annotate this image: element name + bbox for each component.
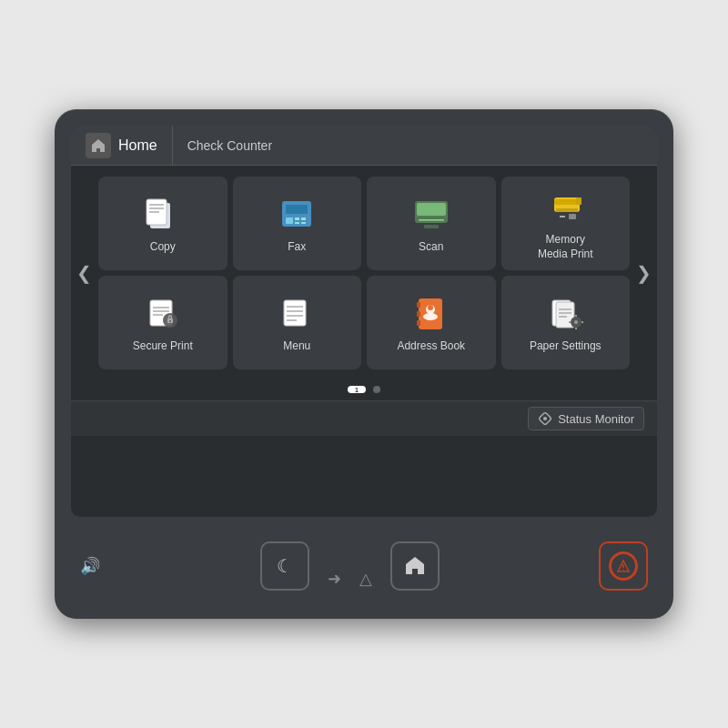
check-counter-section[interactable]: Check Counter <box>173 126 657 165</box>
pagination-dot-1[interactable]: 1 <box>348 386 366 393</box>
bottom-arrows: ➜ △ <box>328 569 372 589</box>
menu-button[interactable]: Menu <box>233 276 362 369</box>
svg-rect-6 <box>286 205 308 214</box>
memory-media-icon <box>543 189 587 226</box>
scan-icon <box>410 197 453 233</box>
address-book-icon <box>410 296 453 332</box>
svg-rect-20 <box>556 208 578 212</box>
svg-rect-11 <box>301 222 306 224</box>
fax-icon <box>275 197 318 233</box>
svg-rect-38 <box>417 311 420 317</box>
nav-left-arrow[interactable]: ❮ <box>76 262 92 284</box>
secure-print-label: Secure Print <box>133 339 193 354</box>
svg-rect-37 <box>417 302 420 308</box>
svg-point-30 <box>169 320 171 322</box>
forward-arrow-icon[interactable]: ➜ <box>328 569 341 589</box>
memory-media-print-label: MemoryMedia Print <box>538 233 593 261</box>
scan-button[interactable]: Scan <box>367 177 496 270</box>
svg-point-58 <box>622 569 624 571</box>
sleep-icon: ☾ <box>277 555 293 577</box>
svg-rect-10 <box>295 222 299 224</box>
svg-rect-39 <box>417 320 420 326</box>
copy-button[interactable]: Copy <box>98 177 228 270</box>
svg-rect-7 <box>286 217 293 224</box>
copy-label: Copy <box>150 240 176 255</box>
svg-rect-8 <box>295 217 299 220</box>
address-book-label: Address Book <box>397 339 465 354</box>
status-monitor-label: Status Monitor <box>558 412 634 426</box>
status-monitor-button[interactable]: Status Monitor <box>528 407 644 430</box>
scan-label: Scan <box>419 240 443 255</box>
svg-rect-21 <box>569 214 576 219</box>
status-bar: Status Monitor <box>71 400 657 436</box>
printer-device: Home Check Counter ❮ <box>55 109 673 619</box>
svg-rect-18 <box>554 199 580 205</box>
svg-rect-9 <box>301 217 306 220</box>
address-book-button[interactable]: Address Book <box>367 276 496 369</box>
check-counter-label: Check Counter <box>187 138 272 153</box>
paper-settings-label: Paper Settings <box>530 339 602 354</box>
home-section[interactable]: Home <box>71 126 173 165</box>
svg-rect-31 <box>284 300 306 326</box>
home-hardware-button[interactable] <box>390 541 440 591</box>
pagination-dots: 1 <box>71 380 657 400</box>
stop-button[interactable] <box>599 541 648 591</box>
svg-point-49 <box>574 320 578 324</box>
svg-rect-13 <box>417 203 446 216</box>
screen-body: ❮ Copy <box>71 166 657 380</box>
menu-icon <box>275 296 318 332</box>
svg-point-55 <box>543 417 547 420</box>
volume-icon[interactable]: 🔊 <box>80 556 100 576</box>
svg-rect-16 <box>424 225 439 228</box>
secure-print-icon <box>141 296 185 332</box>
memory-media-print-button[interactable]: MemoryMedia Print <box>501 177 631 270</box>
screen-header: Home Check Counter <box>71 126 657 166</box>
fax-label: Fax <box>288 240 306 255</box>
secure-print-button[interactable]: Secure Print <box>98 276 228 369</box>
icon-grid: Copy Fax <box>98 177 630 369</box>
svg-point-42 <box>423 313 438 320</box>
svg-rect-19 <box>576 197 581 205</box>
home-label: Home <box>118 137 157 154</box>
pagination-dot-2[interactable] <box>373 386 380 393</box>
paper-settings-button[interactable]: Paper Settings <box>501 276 631 369</box>
sleep-button[interactable]: ☾ <box>260 541 309 591</box>
nav-right-arrow[interactable]: ❯ <box>636 262 652 284</box>
copy-icon <box>141 197 185 233</box>
svg-point-41 <box>428 305 433 310</box>
svg-rect-15 <box>419 219 444 221</box>
paper-settings-icon <box>543 296 587 332</box>
touch-screen: Home Check Counter ❮ <box>71 126 657 517</box>
home-icon-box <box>86 133 111 158</box>
svg-rect-22 <box>560 216 565 217</box>
status-monitor-icon <box>538 411 552 426</box>
left-controls: 🔊 <box>80 556 100 576</box>
home-icon <box>90 137 106 154</box>
menu-label: Menu <box>283 339 310 354</box>
warning-icon: △ <box>359 569 372 589</box>
fax-button[interactable]: Fax <box>233 177 362 270</box>
stop-icon <box>609 551 638 581</box>
hardware-controls: 🔊 ☾ ➜ △ <box>71 530 657 602</box>
home-hw-icon <box>403 554 427 578</box>
